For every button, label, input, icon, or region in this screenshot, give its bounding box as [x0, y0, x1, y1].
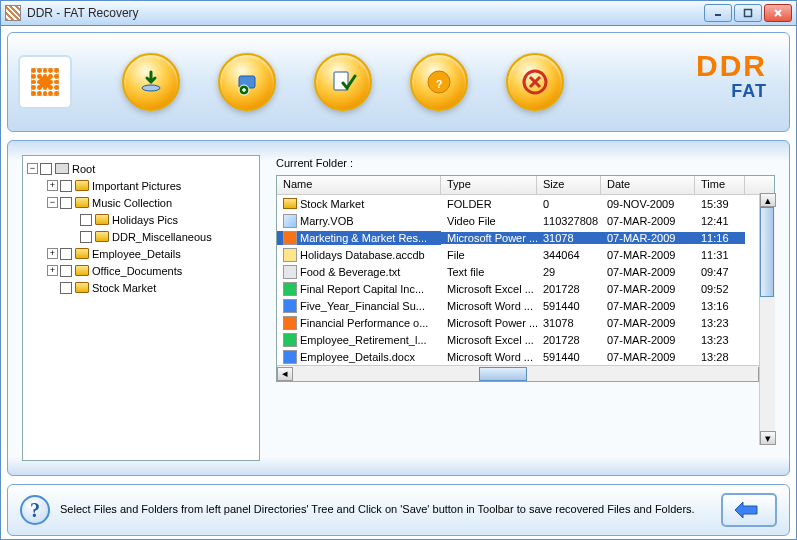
save-button[interactable] [122, 53, 180, 111]
brand-fat: FAT [696, 81, 767, 102]
svg-point-4 [142, 85, 160, 91]
tree-item[interactable]: +Employee_Details [25, 245, 257, 262]
file-name: Financial Performance o... [300, 317, 428, 329]
column-name[interactable]: Name [277, 176, 441, 194]
footer-panel: ? Select Files and Folders from left pan… [7, 484, 790, 536]
column-size[interactable]: Size [537, 176, 601, 194]
file-time: 13:23 [695, 334, 745, 346]
file-list-panel: Current Folder : Name Type Size Date Tim… [276, 155, 775, 461]
ppt-icon [283, 316, 297, 330]
file-type: Microsoft Power ... [441, 232, 537, 244]
tree-item[interactable]: Holidays Pics [25, 211, 257, 228]
checkbox[interactable] [60, 265, 72, 277]
table-row[interactable]: Stock MarketFOLDER009-NOV-200915:39 [277, 195, 774, 212]
cancel-button[interactable] [506, 53, 564, 111]
checkbox[interactable] [60, 282, 72, 294]
vertical-scrollbar[interactable]: ▴ ▾ [759, 193, 775, 445]
scroll-down-icon[interactable]: ▾ [760, 431, 776, 445]
table-row[interactable]: Final Report Capital Inc...Microsoft Exc… [277, 280, 774, 297]
column-type[interactable]: Type [441, 176, 537, 194]
file-table[interactable]: Name Type Size Date Time Stock MarketFOL… [276, 175, 775, 382]
scroll-up-icon[interactable]: ▴ [760, 193, 776, 207]
file-size: 591440 [537, 351, 601, 363]
check-button[interactable] [314, 53, 372, 111]
tree-item[interactable]: +Office_Documents [25, 262, 257, 279]
svg-text:?: ? [436, 78, 443, 90]
file-name: Food & Beverage.txt [300, 266, 400, 278]
file-size: 31078 [537, 232, 601, 244]
scroll-thumb[interactable] [479, 367, 527, 381]
table-row[interactable]: Holidays Database.accdbFile34406407-MAR-… [277, 246, 774, 263]
file-type: Text file [441, 266, 537, 278]
file-type: Microsoft Power ... [441, 317, 537, 329]
scroll-left-icon[interactable]: ◂ [277, 367, 293, 381]
app-logo-box [18, 55, 72, 109]
doc-icon [283, 350, 297, 364]
expand-icon[interactable]: + [47, 265, 58, 276]
file-time: 13:16 [695, 300, 745, 312]
brand-ddr: DDR [696, 51, 767, 81]
checkbox[interactable] [40, 163, 52, 175]
checkbox[interactable] [80, 214, 92, 226]
save-disk-icon [136, 67, 166, 97]
directory-tree[interactable]: − Root +Important Pictures−Music Collect… [22, 155, 260, 461]
table-row[interactable]: Marketing & Market Res...Microsoft Power… [277, 229, 774, 246]
table-row[interactable]: Marry.VOBVideo File11032780807-MAR-20091… [277, 212, 774, 229]
file-type: FOLDER [441, 198, 537, 210]
db-icon [283, 248, 297, 262]
checkbox[interactable] [80, 231, 92, 243]
tree-item-label: Music Collection [92, 197, 172, 209]
svg-rect-1 [745, 10, 752, 17]
collapse-icon[interactable]: − [27, 163, 38, 174]
expand-icon[interactable]: + [47, 180, 58, 191]
open-button[interactable] [218, 53, 276, 111]
table-row[interactable]: Financial Performance o...Microsoft Powe… [277, 314, 774, 331]
tree-root[interactable]: − Root [25, 160, 257, 177]
minimize-button[interactable] [704, 4, 732, 22]
checkbox[interactable] [60, 180, 72, 192]
file-name: Five_Year_Financial Su... [300, 300, 425, 312]
titlebar[interactable]: DDR - FAT Recovery [0, 0, 797, 26]
xls-icon [283, 333, 297, 347]
question-icon: ? [424, 67, 454, 97]
file-date: 07-MAR-2009 [601, 334, 695, 346]
file-date: 07-MAR-2009 [601, 215, 695, 227]
horizontal-scrollbar[interactable]: ◂ ▸ [277, 365, 774, 381]
maximize-button[interactable] [734, 4, 762, 22]
tree-item[interactable]: DDR_Miscellaneous [25, 228, 257, 245]
tree-item[interactable]: +Important Pictures [25, 177, 257, 194]
file-name: Stock Market [300, 198, 364, 210]
table-row[interactable]: Employee_Details.docxMicrosoft Word ...5… [277, 348, 774, 365]
scroll-thumb-v[interactable] [760, 207, 774, 297]
expand-icon[interactable]: − [47, 197, 58, 208]
file-type: Microsoft Excel ... [441, 283, 537, 295]
file-name: Final Report Capital Inc... [300, 283, 424, 295]
tree-item-label: Holidays Pics [112, 214, 178, 226]
tree-item[interactable]: −Music Collection [25, 194, 257, 211]
table-row[interactable]: Five_Year_Financial Su...Microsoft Word … [277, 297, 774, 314]
file-time: 12:41 [695, 215, 745, 227]
help-button[interactable]: ? [410, 53, 468, 111]
file-time: 13:23 [695, 317, 745, 329]
column-date[interactable]: Date [601, 176, 695, 194]
checklist-icon [328, 67, 358, 97]
txt-icon [283, 265, 297, 279]
video-icon [283, 214, 297, 228]
file-type: Microsoft Word ... [441, 300, 537, 312]
table-row[interactable]: Employee_Retirement_l...Microsoft Excel … [277, 331, 774, 348]
checkbox[interactable] [60, 197, 72, 209]
folder-icon [75, 265, 89, 276]
file-size: 0 [537, 198, 601, 210]
expand-icon[interactable]: + [47, 248, 58, 259]
table-row[interactable]: Food & Beverage.txtText file2907-MAR-200… [277, 263, 774, 280]
tree-item-label: Important Pictures [92, 180, 181, 192]
file-name: Employee_Details.docx [300, 351, 415, 363]
back-button[interactable] [721, 493, 777, 527]
tree-item[interactable]: Stock Market [25, 279, 257, 296]
computer-icon [55, 163, 69, 174]
close-button[interactable] [764, 4, 792, 22]
footer-text: Select Files and Folders from left panel… [60, 502, 711, 517]
file-time: 11:16 [695, 232, 745, 244]
column-time[interactable]: Time [695, 176, 745, 194]
checkbox[interactable] [60, 248, 72, 260]
